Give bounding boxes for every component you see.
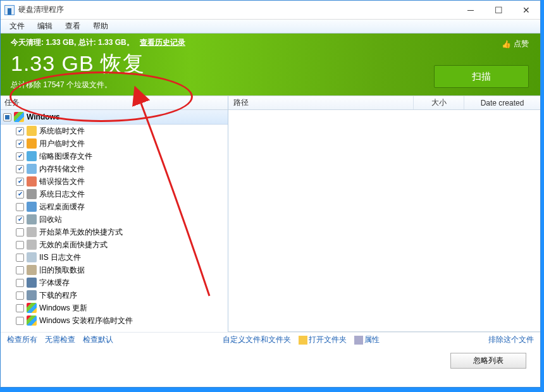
checkbox[interactable] xyxy=(16,279,24,287)
details-header: 路径 大小 Date created xyxy=(228,96,540,110)
open-folder-link[interactable]: 打开文件夹 xyxy=(299,334,347,345)
menubar: 文件 编辑 查看 帮助 xyxy=(1,20,540,34)
properties-icon xyxy=(354,336,363,345)
check-none-link[interactable]: 无需检查 xyxy=(45,334,75,345)
app-window: 硬盘清理程序 ─ ☐ ✕ 文件 编辑 查看 帮助 今天清理: 1.33 GB, … xyxy=(0,0,541,388)
short-icon xyxy=(27,227,37,237)
tree-item[interactable]: 旧的预取数据 xyxy=(1,264,228,276)
tree-item-label: 错误报告文件 xyxy=(39,176,85,187)
tree-item[interactable]: 系统日志文件 xyxy=(1,188,228,200)
tree-item[interactable]: Windows 安装程序临时文件 xyxy=(1,314,228,327)
tree-item-label: 旧的预取数据 xyxy=(39,265,85,276)
checkbox[interactable] xyxy=(16,165,24,173)
exclude-file-link[interactable]: 排除这个文件 xyxy=(488,334,534,345)
menu-edit[interactable]: 编辑 xyxy=(31,20,59,33)
tasks-tree[interactable]: Windows系统临时文件用户临时文件缩略图缓存文件内存转储文件错误报告文件系统… xyxy=(1,110,228,332)
checkbox[interactable] xyxy=(16,216,24,224)
check-all-link[interactable]: 检查所有 xyxy=(7,334,37,345)
tree-item[interactable]: 远程桌面缓存 xyxy=(1,200,228,213)
rd-icon xyxy=(27,202,37,212)
details-panel: 路径 大小 Date created xyxy=(228,96,540,332)
tree-item-label: 字体缓存 xyxy=(39,278,70,288)
checkbox[interactable] xyxy=(16,178,24,186)
tasks-panel: 任务 Windows系统临时文件用户临时文件缩略图缓存文件内存转储文件错误报告文… xyxy=(1,96,228,332)
tree-item-label: 开始菜单无效的快捷方式 xyxy=(39,227,123,238)
folder-open-icon xyxy=(299,336,307,345)
menu-view[interactable]: 查看 xyxy=(59,20,87,33)
checkbox[interactable] xyxy=(16,127,24,135)
tree-item-label: 缩略图缓存文件 xyxy=(39,151,92,162)
checkbox[interactable] xyxy=(16,140,24,148)
tree-item[interactable]: 开始菜单无效的快捷方式 xyxy=(1,226,228,238)
window-buttons: ─ ☐ ✕ xyxy=(457,1,540,19)
checkbox[interactable] xyxy=(16,304,24,312)
tree-item[interactable]: 缩略图缓存文件 xyxy=(1,150,228,162)
wu-icon xyxy=(27,315,37,326)
menu-file[interactable]: 文件 xyxy=(3,20,31,33)
tree-item[interactable]: IIS 日志文件 xyxy=(1,251,228,264)
checkbox[interactable] xyxy=(16,241,24,249)
checkbox-indeterminate-icon[interactable] xyxy=(3,113,11,121)
tree-item[interactable]: Windows 更新 xyxy=(1,302,228,314)
user-icon xyxy=(27,138,37,149)
col-size[interactable]: 大小 xyxy=(414,96,464,109)
app-icon xyxy=(4,5,15,15)
tree-item[interactable]: 内存转储文件 xyxy=(1,162,228,175)
tree-item-label: Windows 更新 xyxy=(39,303,87,314)
close-button[interactable]: ✕ xyxy=(512,1,540,19)
checkbox[interactable] xyxy=(16,190,24,199)
tree-group-windows[interactable]: Windows xyxy=(1,110,228,125)
tree-item-label: 系统日志文件 xyxy=(39,189,85,200)
checkbox[interactable] xyxy=(16,291,24,300)
thumbs-up-icon: 👍 xyxy=(502,40,511,49)
wu-icon xyxy=(27,303,37,313)
tree-item-label: 无效的桌面快捷方式 xyxy=(39,240,108,250)
font-icon xyxy=(27,278,37,288)
err-icon xyxy=(27,176,37,187)
log-icon xyxy=(27,189,37,199)
custom-folders-link[interactable]: 自定义文件和文件夹 xyxy=(223,334,291,345)
menu-help[interactable]: 帮助 xyxy=(87,20,114,33)
tree-item[interactable]: 系统临时文件 xyxy=(1,125,228,137)
col-date[interactable]: Date created xyxy=(464,96,540,109)
tree-item[interactable]: 下载的程序 xyxy=(1,289,228,302)
short-icon xyxy=(27,240,37,250)
history-link[interactable]: 查看历史记录 xyxy=(140,38,185,47)
tree-item[interactable]: 字体缓存 xyxy=(1,276,228,289)
col-path[interactable]: 路径 xyxy=(228,96,414,109)
checkbox[interactable] xyxy=(16,228,24,236)
checkbox[interactable] xyxy=(16,266,24,274)
ignore-list-button[interactable]: 忽略列表 xyxy=(450,353,526,369)
tree-item[interactable]: 回收站 xyxy=(1,213,228,226)
tree-item-label: 远程桌面缓存 xyxy=(39,202,85,212)
summary-line: 今天清理: 1.33 GB, 总计: 1.33 GB。 查看历史记录 xyxy=(11,37,530,48)
details-body xyxy=(228,110,540,332)
tree-item-label: 用户临时文件 xyxy=(39,138,85,149)
tasks-header: 任务 xyxy=(1,96,228,110)
like-button[interactable]: 👍 点赞 xyxy=(502,39,529,49)
tree-item-label: Windows 安装程序临时文件 xyxy=(39,315,133,326)
properties-link[interactable]: 属性 xyxy=(354,334,380,345)
maximize-button[interactable]: ☐ xyxy=(485,1,512,19)
footer: 忽略列表 xyxy=(1,347,540,374)
dl-icon xyxy=(27,290,37,300)
hero-banner: 今天清理: 1.33 GB, 总计: 1.33 GB。 查看历史记录 1.33 … xyxy=(1,34,540,95)
tree-item[interactable]: 无效的桌面快捷方式 xyxy=(1,238,228,251)
tree-item-label: 系统临时文件 xyxy=(39,126,85,137)
minimize-button[interactable]: ─ xyxy=(457,1,485,19)
tree-item-label: 下载的程序 xyxy=(39,290,77,301)
tree-item-label: IIS 日志文件 xyxy=(39,252,81,263)
check-default-link[interactable]: 检查默认 xyxy=(83,334,113,345)
tree-item[interactable]: 用户临时文件 xyxy=(1,137,228,150)
checkbox[interactable] xyxy=(16,152,24,161)
checkbox[interactable] xyxy=(16,254,24,262)
titlebar: 硬盘清理程序 ─ ☐ ✕ xyxy=(1,1,540,20)
folder-icon xyxy=(27,126,37,136)
mem-icon xyxy=(27,164,37,174)
checkbox[interactable] xyxy=(16,317,24,325)
tree-item[interactable]: 错误报告文件 xyxy=(1,175,228,188)
iis-icon xyxy=(27,252,37,262)
checkbox[interactable] xyxy=(16,203,24,211)
scan-button[interactable]: 扫描 xyxy=(434,65,529,88)
pre-icon xyxy=(27,265,37,275)
